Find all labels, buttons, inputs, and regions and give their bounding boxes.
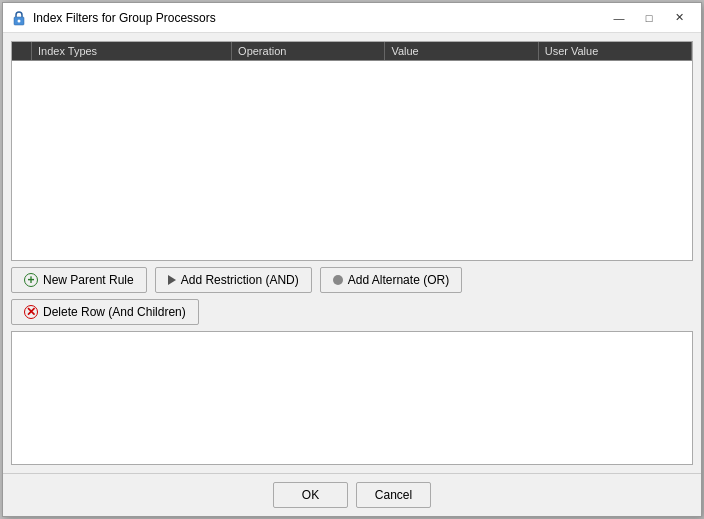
- svg-point-1: [18, 19, 21, 22]
- ok-button[interactable]: OK: [273, 482, 348, 508]
- add-alternate-label: Add Alternate (OR): [348, 273, 449, 287]
- table-header: Index Types Operation Value User Value: [12, 42, 692, 61]
- new-parent-rule-label: New Parent Rule: [43, 273, 134, 287]
- app-icon: [11, 10, 27, 26]
- header-check: [12, 42, 32, 60]
- header-value: Value: [385, 42, 538, 60]
- header-user-value: User Value: [539, 42, 692, 60]
- add-alternate-button[interactable]: Add Alternate (OR): [320, 267, 462, 293]
- close-button[interactable]: ✕: [665, 7, 693, 29]
- maximize-button[interactable]: □: [635, 7, 663, 29]
- delete-row-label: Delete Row (And Children): [43, 305, 186, 319]
- minimize-button[interactable]: —: [605, 7, 633, 29]
- lower-panel: [11, 331, 693, 465]
- button-row-2: ✕ Delete Row (And Children): [11, 299, 693, 325]
- delete-row-button[interactable]: ✕ Delete Row (And Children): [11, 299, 199, 325]
- title-bar: Index Filters for Group Processors — □ ✕: [3, 3, 701, 33]
- cancel-button[interactable]: Cancel: [356, 482, 431, 508]
- plus-circle-icon: +: [24, 273, 38, 287]
- button-row-1: + New Parent Rule Add Restriction (AND) …: [11, 267, 693, 293]
- header-operation: Operation: [232, 42, 385, 60]
- window-controls: — □ ✕: [605, 7, 693, 29]
- filter-table: Index Types Operation Value User Value: [11, 41, 693, 261]
- new-parent-rule-button[interactable]: + New Parent Rule: [11, 267, 147, 293]
- table-body[interactable]: [12, 61, 692, 260]
- main-content: Index Types Operation Value User Value +…: [3, 33, 701, 473]
- play-icon: [168, 275, 176, 285]
- add-restriction-button[interactable]: Add Restriction (AND): [155, 267, 312, 293]
- dot-icon: [333, 275, 343, 285]
- header-index-types: Index Types: [32, 42, 232, 60]
- main-window: Index Filters for Group Processors — □ ✕…: [2, 2, 702, 517]
- delete-icon: ✕: [24, 305, 38, 319]
- window-title: Index Filters for Group Processors: [33, 11, 599, 25]
- add-restriction-label: Add Restriction (AND): [181, 273, 299, 287]
- dialog-footer: OK Cancel: [3, 473, 701, 516]
